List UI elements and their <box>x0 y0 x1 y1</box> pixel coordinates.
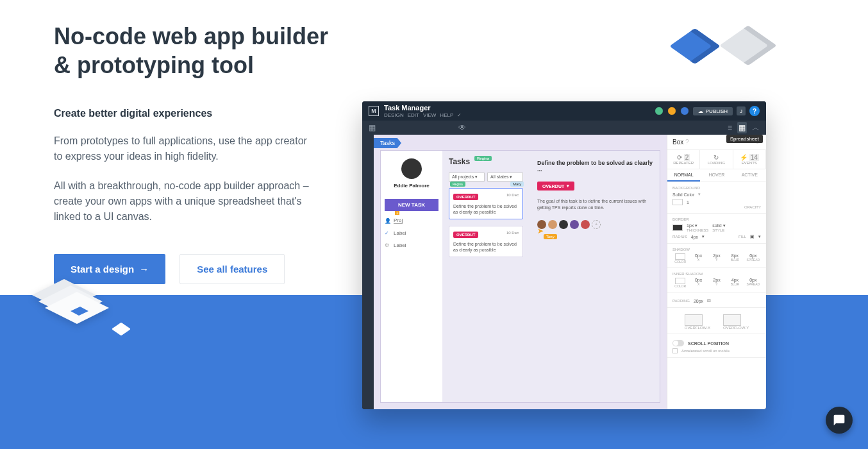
nav-badge: 1 <box>395 211 399 215</box>
section-label: SHADOW <box>672 248 761 251</box>
link-icon[interactable]: ⊡ <box>707 298 711 303</box>
border-section: BORDER 1px ▾THICKNESS solid ▾STYLE RADIU… <box>667 214 766 244</box>
bg-type[interactable]: Solid Color <box>672 192 694 197</box>
grid-view-icon[interactable]: ▦ <box>737 122 747 133</box>
menu-edit[interactable]: EDIT <box>408 112 419 118</box>
padding-label: PADDING <box>672 299 690 303</box>
hero-paragraph-2: All with a breakthrough, no-code app bui… <box>54 178 310 224</box>
collaborator-avatar-3[interactable] <box>680 106 689 115</box>
nav-item-label-1[interactable]: ✓ Label <box>385 230 438 236</box>
padding-value[interactable]: 20px <box>694 299 703 303</box>
border-color-swatch[interactable] <box>672 224 683 231</box>
section-label: BORDER <box>672 217 761 221</box>
info-icon[interactable]: ? <box>685 139 689 146</box>
shadow-x[interactable]: 0px <box>690 253 706 258</box>
nav-label: Proj <box>394 217 403 224</box>
nav-label: Label <box>394 230 406 236</box>
collaborator-avatar-2[interactable] <box>667 106 676 115</box>
menu-design[interactable]: DESIGN <box>384 112 404 118</box>
scroll-toggle[interactable] <box>672 340 684 346</box>
task-sidebar: Eddie Palmore NEW TASK 👤 Proj 1 ✓ Label … <box>381 151 442 402</box>
radius-value[interactable]: 4px <box>691 235 698 239</box>
overflow-x-box[interactable] <box>685 314 703 326</box>
background-section: BACKGROUND Solid Color ▾ 1 OPACITY <box>667 182 766 214</box>
layout-icon[interactable]: ▦ <box>369 123 376 132</box>
collaborator-avatar-1[interactable] <box>655 106 664 115</box>
task-text: Define the problem to be solved as clear… <box>453 203 519 215</box>
assignee-avatar[interactable] <box>559 220 568 229</box>
overflow-y-box[interactable] <box>723 314 741 326</box>
inner-y[interactable]: 2px <box>709 278 724 282</box>
nav-item-label-2[interactable]: ⚙ Label <box>385 242 438 248</box>
user-menu[interactable]: J <box>737 106 746 115</box>
task-card-2[interactable]: OVERDUT 10 Dec Define the problem to be … <box>449 226 523 257</box>
preview-icon[interactable]: 👁 <box>458 123 466 132</box>
chevron-up-icon[interactable]: ︿ <box>752 123 760 133</box>
user-avatar[interactable] <box>401 158 422 179</box>
opacity-value[interactable]: 1 <box>687 200 689 205</box>
cursor-pointer-icon: ➤ <box>537 226 544 235</box>
app-logo[interactable]: M <box>369 106 379 116</box>
app-title: Task Manager <box>384 104 462 112</box>
inner-x[interactable]: 0px <box>690 278 706 282</box>
app-editor-screenshot: M Task Manager DESIGN EDIT VIEW HELP ✓ ☁… <box>362 101 766 409</box>
color-swatch[interactable] <box>672 199 683 205</box>
canvas-frame: Eddie Palmore NEW TASK 👤 Proj 1 ✓ Label … <box>380 150 660 403</box>
list-view-icon[interactable]: ≡ <box>728 123 732 132</box>
task-detail-column: Define the problem to be solved as clear… <box>531 151 660 402</box>
check-icon: ✓ <box>385 230 391 236</box>
shadow-spread[interactable]: 0px <box>746 253 761 258</box>
filter-projects[interactable]: All projects ▾ <box>449 173 485 182</box>
shadow-color[interactable] <box>675 253 685 260</box>
inner-blur[interactable]: 4px <box>727 278 742 282</box>
events-counter[interactable]: ⚡ 14EVENTS <box>733 150 766 169</box>
cloud-icon: ☁ <box>698 108 703 114</box>
fill-label: FILL <box>739 235 746 239</box>
hero-paragraph-1: From prototypes to full applications, us… <box>54 133 310 164</box>
padding-section: PADDING 20px ⊡ <box>667 292 766 308</box>
accel-checkbox[interactable] <box>672 348 678 353</box>
tab-active[interactable]: ACTIVE <box>733 169 766 182</box>
task-card-1[interactable]: OVERDUT 10 Dec Define the problem to be … <box>449 188 523 219</box>
spreadsheet-tooltip: Spreadsheet <box>726 135 763 143</box>
decorative-isometric-stack <box>26 269 122 349</box>
inner-spread[interactable]: 0px <box>746 278 761 282</box>
panel-counters: ⟳ 2REPEATER ↻LOADING ⚡ 14EVENTS <box>667 150 766 169</box>
assignee-avatar[interactable] <box>570 220 579 229</box>
nav-item-projects[interactable]: 👤 Proj 1 <box>385 217 438 224</box>
detail-description: The goal of this task is to define the c… <box>537 198 653 211</box>
assignee-avatar[interactable] <box>581 220 590 229</box>
new-task-button[interactable]: NEW TASK <box>385 199 438 211</box>
see-features-button[interactable]: See all features <box>179 254 285 284</box>
detail-overdue-badge[interactable]: OVERDUT▾ <box>537 182 574 191</box>
tab-hover[interactable]: HOVER <box>700 169 733 182</box>
fill-toggle[interactable]: ▣ <box>750 234 755 239</box>
canvas[interactable]: Tasks Eddie Palmore NEW TASK 👤 Proj 1 ✓ … <box>374 135 667 409</box>
shadow-section: SHADOW COLOR 0pxX 2pxY 8pxBLUR 0pxSPREAD <box>667 244 766 268</box>
help-button[interactable]: ? <box>749 106 760 116</box>
loading-counter[interactable]: ↻LOADING <box>700 150 733 169</box>
opacity-label: OPACITY <box>672 205 761 209</box>
tab-normal[interactable]: NORMAL <box>667 169 700 182</box>
publish-label: PUBLISH <box>706 108 728 114</box>
add-assignee-button[interactable]: + <box>592 220 601 229</box>
overdue-badge: OVERDUT <box>453 232 478 238</box>
thickness-value[interactable]: 1px <box>687 223 694 228</box>
overdue-badge: OVERDUT <box>453 194 478 200</box>
menu-help[interactable]: HELP <box>440 112 453 118</box>
hero-subtitle: Create better digital experiences <box>54 108 349 119</box>
chat-button[interactable] <box>826 407 853 434</box>
shadow-blur[interactable]: 8px <box>727 253 742 258</box>
cursor-regina-2: Regina <box>450 182 465 187</box>
filter-states[interactable]: All states ▾ <box>487 173 523 182</box>
decorative-cube-grey <box>719 26 777 66</box>
shadow-y[interactable]: 2px <box>709 253 724 258</box>
repeater-counter[interactable]: ⟳ 2REPEATER <box>667 150 700 169</box>
publish-button[interactable]: ☁ PUBLISH <box>693 107 733 115</box>
assignee-avatar[interactable] <box>548 220 557 229</box>
style-value[interactable]: solid <box>712 223 721 228</box>
tab-tasks[interactable]: Tasks <box>374 138 401 148</box>
inner-color[interactable] <box>675 278 685 284</box>
menu-check-icon: ✓ <box>457 112 462 118</box>
menu-view[interactable]: VIEW <box>423 112 436 118</box>
